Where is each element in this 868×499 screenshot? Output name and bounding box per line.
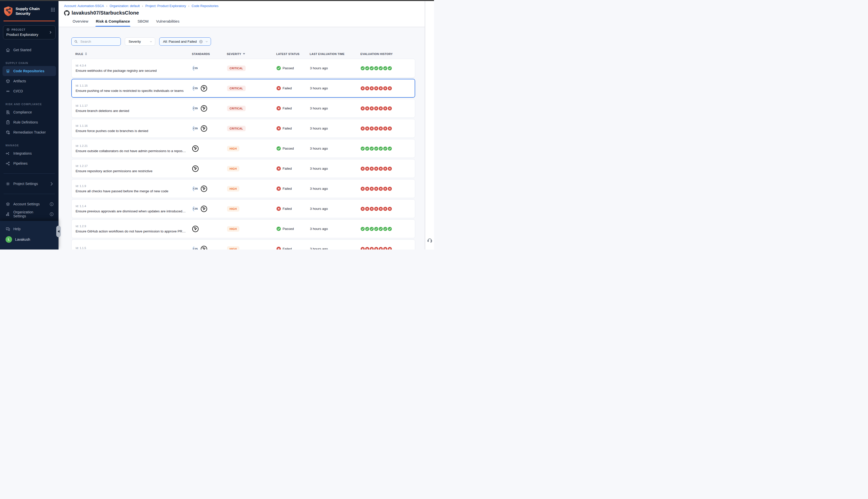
search-input[interactable] xyxy=(80,39,118,44)
history-fail-icon xyxy=(374,187,378,191)
status-label: Failed xyxy=(282,247,292,250)
sidebar-item-compliance[interactable]: Compliance xyxy=(0,107,59,117)
sidebar-item-ci-cd[interactable]: CI/CD xyxy=(0,86,59,96)
rule-description: Ensure GitHub action workflows do not ha… xyxy=(76,229,190,233)
severity-badge: HIGH xyxy=(227,246,239,250)
standards-cell: CIS xyxy=(190,185,225,192)
history-pass-icon xyxy=(379,147,383,150)
severity-filter-dropdown[interactable]: Severity xyxy=(125,37,155,46)
breadcrumb-link[interactable]: Project: Product Exploratory xyxy=(145,4,186,8)
table-row[interactable]: Id: 1.1.4 Ensure previous approvals are … xyxy=(71,199,415,218)
project-selector[interactable]: PROJECT Product Exploratory xyxy=(3,25,56,39)
info-icon[interactable] xyxy=(49,212,54,217)
table-row[interactable]: Id: 4.3.4 Ensure webhooks of the package… xyxy=(71,59,415,77)
project-label: PROJECT xyxy=(12,28,26,31)
chevron-down-icon xyxy=(149,40,153,43)
user-menu[interactable]: L Lavakush xyxy=(0,234,59,245)
history-fail-icon xyxy=(388,207,392,211)
info-icon[interactable] xyxy=(49,202,54,207)
table-row[interactable]: Id: 1.1.9 Ensure all checks have passed … xyxy=(71,179,415,198)
column-header-rule[interactable]: RULE xyxy=(75,52,189,56)
sidebar-item-organization-settings[interactable]: Organization Settings xyxy=(0,209,59,219)
sidebar-item-pipelines[interactable]: Pipelines xyxy=(0,158,59,168)
standards-cell: CIS xyxy=(190,206,225,212)
column-header-severity[interactable]: SEVERITY xyxy=(225,52,272,56)
severity-badge: HIGH xyxy=(227,186,239,192)
table-row[interactable]: Id: 1.2.9 Ensure GitHub action workflows… xyxy=(71,219,415,238)
history-pass-icon xyxy=(383,227,387,231)
sidebar-item-artifacts[interactable]: Artifacts xyxy=(0,76,59,86)
evaluation-history xyxy=(358,66,415,70)
breadcrumb-link[interactable]: Organization: default xyxy=(109,4,140,8)
sidebar-item-integrations[interactable]: Integrations xyxy=(0,148,59,158)
rule-id: Id: 1.1.9 xyxy=(76,184,190,187)
history-pass-icon xyxy=(365,66,369,70)
sidebar-collapse-handle[interactable] xyxy=(56,226,61,237)
evaluation-history xyxy=(358,147,415,150)
sort-icon[interactable] xyxy=(85,52,87,56)
sidebar-item-account-settings[interactable]: Account Settings xyxy=(0,199,59,209)
grid-apps-icon[interactable] xyxy=(51,6,55,12)
support-headset-icon[interactable] xyxy=(427,238,433,243)
history-fail-icon xyxy=(370,187,374,191)
sidebar-item-project-settings[interactable]: Project Settings xyxy=(0,179,59,189)
standards-cell: CIS xyxy=(190,246,225,250)
table-row[interactable]: Id: 1.1.15 Ensure pushing of new code is… xyxy=(71,79,415,98)
sidebar-item-get-started[interactable]: Get Started xyxy=(0,45,59,55)
tab-sbom[interactable]: SBOM xyxy=(137,19,148,27)
svg-text:CIS: CIS xyxy=(193,107,198,110)
owasp-standard-icon xyxy=(192,226,199,232)
status-filter-chip[interactable]: All: Passed and Failed xyxy=(159,37,211,46)
breadcrumb-separator: › xyxy=(142,4,143,8)
chevron-right-icon xyxy=(49,31,52,34)
history-pass-icon xyxy=(365,147,369,150)
history-fail-icon xyxy=(383,187,387,191)
history-fail-icon xyxy=(388,187,392,191)
search-icon xyxy=(74,40,78,44)
history-fail-icon xyxy=(388,107,392,110)
breadcrumb-link[interactable]: Account: Automation-SSCA xyxy=(64,4,104,8)
evaluation-time: 3 hours ago xyxy=(308,227,358,231)
svg-text:CIS: CIS xyxy=(193,67,198,70)
evaluation-time: 3 hours ago xyxy=(308,147,358,150)
svg-text:CIS: CIS xyxy=(193,208,198,210)
status-label: Passed xyxy=(282,66,294,70)
evaluation-history xyxy=(358,86,415,90)
svg-text:CIS: CIS xyxy=(193,127,198,130)
history-fail-icon xyxy=(388,167,392,171)
tab-overview[interactable]: Overview xyxy=(73,19,88,27)
sidebar-item-help[interactable]: ? Help xyxy=(0,224,59,234)
tab-vulnerabilities[interactable]: Vulnerabilities xyxy=(156,19,180,27)
table-row[interactable]: Id: 1.1.17 Ensure branch deletions are d… xyxy=(71,99,415,118)
severity-badge: HIGH xyxy=(227,226,239,232)
rules-table: RULE STANDARDS SEVERITY LATEST STATUS LA… xyxy=(71,52,415,250)
clear-filter-icon[interactable] xyxy=(199,40,203,44)
cis-standard-icon: CIS xyxy=(192,125,199,132)
evaluation-time: 3 hours ago xyxy=(308,86,358,90)
sidebar-footer: ? Help L Lavakush xyxy=(0,221,59,250)
cis-standard-icon: CIS xyxy=(192,206,199,212)
table-row[interactable]: Id: 1.1.16 Ensure force pushes code to b… xyxy=(71,119,415,138)
page-title: lavakush07/StarbucksClone xyxy=(72,10,139,16)
latest-status-cell: Failed xyxy=(273,126,308,131)
evaluation-history xyxy=(358,207,415,211)
history-fail-icon xyxy=(370,167,374,171)
history-fail-icon xyxy=(374,86,378,90)
rule-definitions-icon xyxy=(5,120,10,125)
breadcrumb-link[interactable]: Code Repositories xyxy=(192,4,218,8)
sidebar-item-label: Get Started xyxy=(13,48,32,52)
sidebar-item-code-repositories[interactable]: Code Repositories xyxy=(2,66,56,76)
sidebar-item-rule-definitions[interactable]: Rule Definitions xyxy=(0,117,59,127)
history-fail-icon xyxy=(365,167,369,171)
search-box xyxy=(71,37,121,46)
rule-cell: Id: 1.1.17 Ensure branch deletions are d… xyxy=(76,104,190,113)
sidebar-item-remediation-tracker[interactable]: Remediation Tracker xyxy=(0,127,59,137)
history-pass-icon xyxy=(361,66,365,70)
rule-id: Id: 1.1.17 xyxy=(76,104,190,107)
history-fail-icon xyxy=(365,247,369,250)
table-row[interactable]: Id: 1.2.17 Ensure repository action perm… xyxy=(71,159,415,178)
tab-risk-compliance[interactable]: Risk & Compliance xyxy=(96,19,130,27)
table-row[interactable]: Id: 1.1.5 CIS HIGH Failed 3 hours ago xyxy=(71,240,415,250)
status-label: Failed xyxy=(282,86,292,90)
table-row[interactable]: Id: 1.2.21 Ensure outside collaborators … xyxy=(71,139,415,158)
